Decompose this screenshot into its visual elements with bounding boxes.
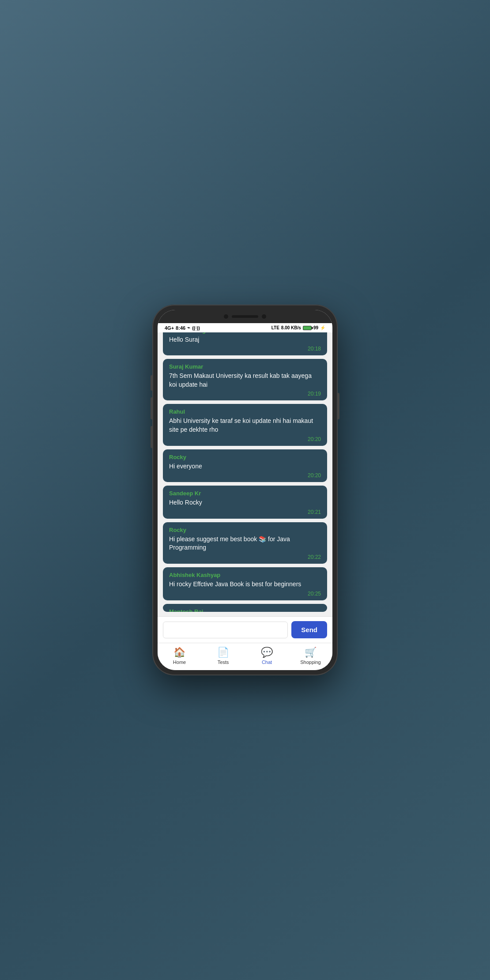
home-icon: 🏠 bbox=[173, 647, 185, 658]
message-time: 20:22 bbox=[169, 554, 321, 560]
message-sender: Sandeep Kr bbox=[169, 490, 321, 497]
lte-label: LTE bbox=[271, 325, 279, 330]
message-sender: Rocky bbox=[169, 454, 321, 460]
message-text: Hello Suraj bbox=[169, 335, 321, 344]
message-text: Hello Rocky bbox=[169, 498, 321, 507]
message-text: Hi rocky Effctive Java Book is best for … bbox=[169, 580, 321, 589]
volume-up-button bbox=[151, 375, 152, 391]
message-text: Abhi University ke taraf se koi update n… bbox=[169, 417, 321, 434]
message-card: Suraj Kumar7th Sem Makaut University ka … bbox=[163, 359, 327, 400]
phone-frame: 4G+ 8:46 ⌁ ((·)) LTE 8.00 KB/s 99 ⚡ Sura… bbox=[152, 305, 338, 675]
charging-icon: ⚡ bbox=[320, 325, 325, 330]
nav-item-tests[interactable]: 📄Tests bbox=[210, 647, 237, 665]
time-display: 8:46 bbox=[176, 325, 185, 331]
shopping-icon: 🛒 bbox=[305, 647, 317, 658]
message-sender: Suraj Kumar bbox=[169, 363, 321, 370]
message-sender: Mantosh Raj bbox=[169, 608, 321, 612]
volume-down-button bbox=[151, 397, 152, 419]
message-sender: Santosh Singh bbox=[169, 332, 321, 334]
message-input-area: Send bbox=[158, 616, 332, 643]
tests-label: Tests bbox=[218, 660, 229, 665]
message-time: 20:20 bbox=[169, 436, 321, 442]
message-card: Mantosh Raj bbox=[163, 604, 327, 612]
message-text: Hi please suggest me best book 📚 for Jav… bbox=[169, 535, 321, 552]
status-left: 4G+ 8:46 ⌁ ((·)) bbox=[165, 325, 200, 331]
home-label: Home bbox=[173, 660, 186, 665]
wifi-icon: ((·)) bbox=[192, 325, 200, 331]
chat-label: Chat bbox=[262, 660, 272, 665]
shopping-label: Shopping bbox=[300, 660, 321, 665]
message-sender: Abhishek Kashyap bbox=[169, 572, 321, 578]
message-time: 20:21 bbox=[169, 509, 321, 515]
battery-icon bbox=[303, 326, 312, 330]
message-time: 20:20 bbox=[169, 472, 321, 479]
phone-top-notch bbox=[158, 310, 332, 323]
message-card: Sandeep KrHello Rocky20:21 bbox=[163, 486, 327, 519]
speaker bbox=[232, 315, 258, 318]
power-button bbox=[338, 393, 339, 419]
sensor bbox=[262, 314, 266, 319]
bottom-navigation: 🏠Home📄Tests💬Chat🛒Shopping bbox=[158, 643, 332, 670]
signal-icon: 4G+ bbox=[165, 325, 174, 331]
message-time: 20:19 bbox=[169, 391, 321, 397]
message-card: RahulAbhi University ke taraf se koi upd… bbox=[163, 404, 327, 445]
message-time: 20:18 bbox=[169, 346, 321, 352]
phone-screen: 4G+ 8:46 ⌁ ((·)) LTE 8.00 KB/s 99 ⚡ Sura… bbox=[158, 310, 332, 670]
status-bar: 4G+ 8:46 ⌁ ((·)) LTE 8.00 KB/s 99 ⚡ bbox=[158, 323, 332, 332]
speed-display: 8.00 KB/s bbox=[281, 325, 301, 330]
message-card: Santosh SinghHello Suraj20:18 bbox=[163, 332, 327, 355]
message-sender: Rahul bbox=[169, 408, 321, 415]
chat-messages-list[interactable]: Suraj KumarHi20:17Santosh SinghHello Sur… bbox=[158, 332, 332, 616]
message-text: Hi everyone bbox=[169, 462, 321, 471]
message-sender: Rocky bbox=[169, 527, 321, 533]
nav-item-shopping[interactable]: 🛒Shopping bbox=[298, 647, 324, 665]
bixby-button bbox=[151, 426, 152, 448]
message-card: Abhishek KashyapHi rocky Effctive Java B… bbox=[163, 567, 327, 600]
tests-icon: 📄 bbox=[217, 647, 229, 658]
message-time: 20:25 bbox=[169, 591, 321, 597]
message-text: 7th Sem Makaut University ka result kab … bbox=[169, 372, 321, 389]
send-button[interactable]: Send bbox=[291, 621, 327, 638]
status-right: LTE 8.00 KB/s 99 ⚡ bbox=[271, 325, 325, 330]
front-camera bbox=[224, 314, 228, 319]
chat-icon: 💬 bbox=[261, 647, 273, 658]
usb-icon: ⌁ bbox=[187, 325, 190, 331]
nav-item-home[interactable]: 🏠Home bbox=[166, 647, 193, 665]
message-card: RockyHi please suggest me best book 📚 fo… bbox=[163, 522, 327, 564]
message-card: RockyHi everyone20:20 bbox=[163, 449, 327, 482]
message-input[interactable] bbox=[163, 622, 288, 638]
nav-item-chat[interactable]: 💬Chat bbox=[254, 647, 280, 665]
battery-percent: 99 bbox=[313, 325, 318, 330]
